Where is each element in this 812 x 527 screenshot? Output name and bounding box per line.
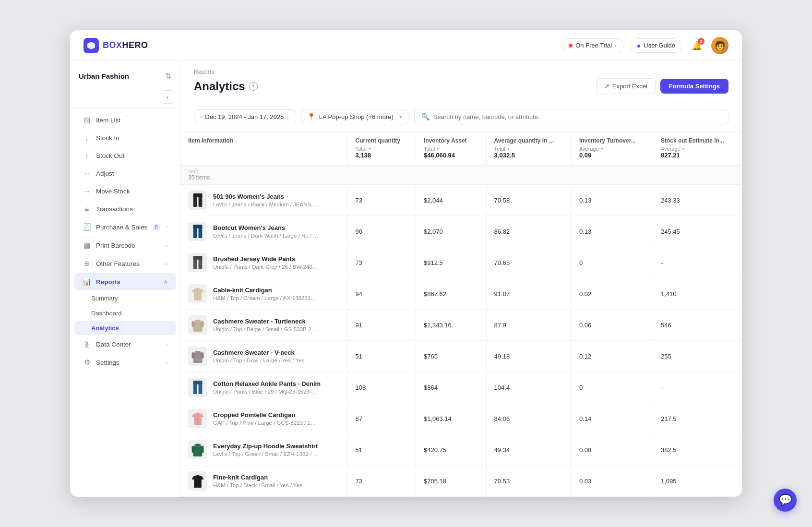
stockout-filter-arrow[interactable]: ▾ [682, 146, 685, 151]
table-row[interactable]: Cashmere Sweater - V-neck Uniqlo / Top /… [180, 341, 742, 372]
item-cell: Bootcut Women's Jeans Levi's / Jeans / D… [180, 216, 347, 247]
svg-rect-3 [193, 193, 203, 197]
avatar[interactable]: 🧑 [711, 37, 728, 54]
item-attributes: GAP / Top / Pink / Large / GCS-8213 / 10… [213, 420, 319, 426]
sidebar-item-settings[interactable]: ⚙ Settings › [74, 354, 176, 371]
qty-cell: 51 [347, 341, 416, 372]
qty-filter-arrow[interactable]: ▾ [369, 146, 371, 151]
qty-cell: 108 [347, 372, 416, 403]
asset-filter-arrow[interactable]: ▾ [437, 146, 439, 151]
stockout-cell: 382.5 [653, 434, 742, 466]
sidebar-label-item-list: Item List [96, 117, 120, 124]
logo: BOXHERO [84, 38, 148, 53]
guide-button[interactable]: ● User Guide [630, 38, 682, 53]
sidebar-item-transactions[interactable]: ≡ Transactions [74, 201, 176, 217]
table-row[interactable]: Fine-knit Cardigan H&M / Top / Black / S… [180, 466, 742, 497]
export-icon: ↗ [604, 83, 609, 90]
search-bar[interactable]: 🔍 [414, 109, 728, 124]
table-row[interactable]: Cotton Relaxed Ankle Pants - Denim Uniql… [180, 372, 742, 403]
col-header-turnover: Inventory Turnover... Average ▾ 0.09 [571, 132, 653, 165]
sidebar-item-reports[interactable]: 📊 Reports ∧ [74, 273, 176, 290]
col-header-stockout: Stock out Estimate in... Average ▾ 827.2… [653, 132, 742, 165]
table-row[interactable]: Cable-knit Cardigan H&M / Top / Cream / … [180, 278, 742, 310]
date-next-arrow[interactable]: › [287, 113, 288, 120]
other-features-icon: ⊕ [83, 259, 91, 268]
formula-settings-button[interactable]: Formula Settings [660, 79, 728, 94]
qty-cell: 94 [347, 278, 416, 310]
sidebar-subitem-analytics[interactable]: Analytics [74, 321, 176, 335]
sidebar-label-reports: Reports [96, 278, 120, 286]
sidebar-subitem-summary[interactable]: Summary [74, 291, 176, 305]
sidebar-item-stock-in[interactable]: ↓ Stock In [74, 130, 176, 146]
item-name: Cable-knit Cardigan [213, 287, 319, 295]
workspace-switcher-icon[interactable]: ⇅ [165, 72, 171, 81]
col-avg-qty-label: Average quantity in ... [494, 137, 563, 144]
table-row[interactable]: Cropped Pointelle Cardigan GAP / Top / P… [180, 403, 742, 434]
item-attributes: H&M / Top / Cream / Large / AX-1382313 /… [213, 295, 319, 301]
sidebar-item-adjust[interactable]: ↔ Adjust [74, 165, 176, 182]
item-cell: Fine-knit Cardigan H&M / Top / Black / S… [180, 466, 347, 497]
item-attributes: Uniqlo / Top / Gray / Large / Yes / Yes [213, 358, 304, 363]
table-row[interactable]: Brushed Jersey Wide Pants Uniqlo / Pants… [180, 247, 742, 278]
export-label: Export Excel [612, 83, 647, 90]
chat-button[interactable]: 💬 [774, 489, 797, 512]
item-info: Everyday Zip-up Hoodie Sweatshirt Levi's… [213, 443, 319, 457]
col-avg-qty-sub: Total [494, 146, 505, 152]
item-thumbnail [188, 347, 207, 366]
sidebar-label-other-features: Other Features [96, 260, 140, 267]
date-prev-arrow[interactable]: ‹ [200, 113, 202, 120]
notification-button[interactable]: 🔔 1 [688, 37, 705, 54]
avg-qty-cell: 49.18 [486, 341, 571, 372]
item-cell: Cashmere Sweater - V-neck Uniqlo / Top /… [180, 341, 347, 372]
table-row[interactable]: Everyday Zip-up Hoodie Sweatshirt Levi's… [180, 434, 742, 466]
table-row[interactable]: Cashmere Sweater - Turtleneck Uniqlo / T… [180, 310, 742, 341]
sidebar-item-move-stock[interactable]: → Move Stock [74, 183, 176, 200]
item-info: Fine-knit Cardigan H&M / Top / Black / S… [213, 474, 302, 489]
sidebar-label-purchase-sales: Purchase & Sales [96, 224, 147, 231]
table-row[interactable]: 501 90s Women's Jeans Levi's / Jeans / B… [180, 184, 742, 216]
sidebar-collapse-button[interactable]: ‹ [161, 90, 174, 104]
avg-qty-filter-arrow[interactable]: ▾ [507, 146, 510, 151]
workspace-name: Urban Fashion [79, 72, 129, 80]
stockout-cell: 255 [653, 341, 742, 372]
item-attributes: Levi's / Top / Green / Small / EZH-1382 … [213, 451, 319, 457]
col-header-item: Item Information ↑ [180, 132, 347, 165]
app-layout: Urban Fashion ⇅ ‹ ▤ Item List ↓ Stock In… [70, 61, 742, 497]
date-range-picker[interactable]: ‹ Dec 19, 2024 - Jan 17, 2025 › [194, 109, 295, 124]
item-cell: Brushed Jersey Wide Pants Uniqlo / Pants… [180, 247, 347, 278]
stockout-cell: - [653, 247, 742, 278]
qty-cell: 73 [347, 247, 416, 278]
qty-cell: 90 [347, 216, 416, 247]
stock-in-icon: ↓ [83, 134, 91, 142]
trial-button[interactable]: On Free Trial › [561, 38, 624, 52]
item-count: 35 items [188, 174, 734, 181]
table-row[interactable]: Bootcut Women's Jeans Levi's / Jeans / D… [180, 216, 742, 247]
other-features-chevron: › [166, 261, 167, 266]
help-icon[interactable]: ? [249, 82, 258, 91]
sidebar-subitem-dashboard[interactable]: Dashboard [74, 306, 176, 320]
item-cell: Everyday Zip-up Hoodie Sweatshirt Levi's… [180, 434, 347, 466]
location-filter[interactable]: 📍 LA Pop-up Shop (+6 more) ▾ [301, 109, 408, 124]
sidebar-item-item-list[interactable]: ▤ Item List [74, 111, 176, 129]
sidebar-item-purchase-sales[interactable]: 🧾 Purchase & Sales β › [74, 218, 176, 236]
col-qty-label: Current quantity [356, 137, 408, 144]
item-info: Cashmere Sweater - V-neck Uniqlo / Top /… [213, 349, 304, 364]
print-barcode-chevron: › [166, 242, 167, 248]
item-info: 501 90s Women's Jeans Levi's / Jeans / B… [213, 193, 319, 208]
sidebar-item-stock-out[interactable]: ↑ Stock Out [74, 147, 176, 164]
svg-rect-21 [193, 381, 203, 384]
col-stockout-label: Stock out Estimate in... [661, 137, 734, 144]
header-actions: On Free Trial › ● User Guide 🔔 1 🧑 [561, 37, 728, 54]
turnover-filter-arrow[interactable]: ▾ [601, 146, 603, 151]
search-input[interactable] [433, 113, 721, 120]
sidebar-item-data-center[interactable]: 🗄 Data Center › [74, 336, 176, 353]
svg-rect-17 [201, 352, 203, 358]
item-attributes: H&M / Top / Black / Small / Yes / Yes [213, 482, 302, 488]
item-thumbnail [188, 409, 207, 428]
item-sort-icon[interactable]: ↑ [235, 138, 238, 144]
export-excel-button[interactable]: ↗ Export Excel [596, 78, 656, 94]
sidebar-item-print-barcode[interactable]: ▦ Print Barcode › [74, 237, 176, 254]
sidebar-label-stock-out: Stock Out [96, 152, 124, 159]
sidebar-item-other-features[interactable]: ⊕ Other Features › [74, 255, 176, 272]
location-label: LA Pop-up Shop (+6 more) [319, 113, 394, 120]
